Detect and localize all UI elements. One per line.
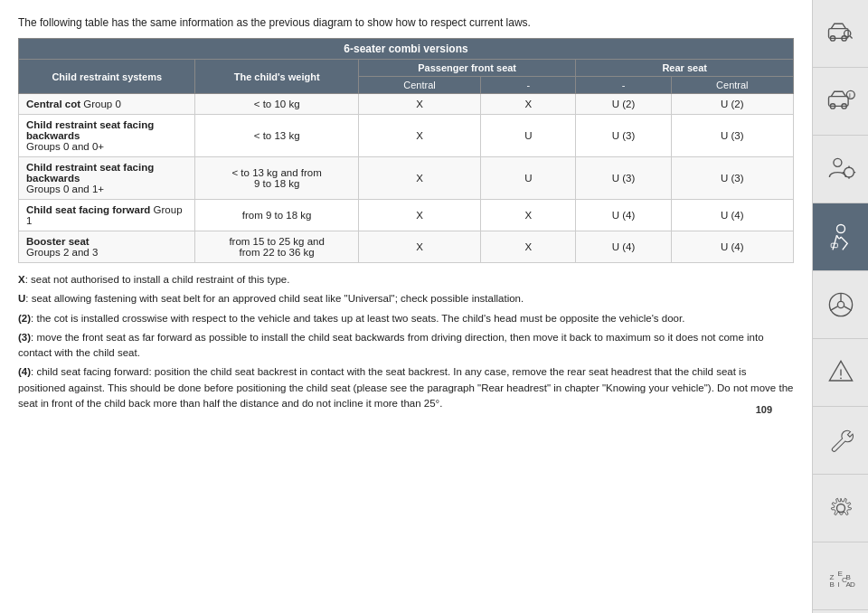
page-number: 109 xyxy=(756,404,772,415)
cell-value: U xyxy=(481,157,576,200)
cell-value: U (3) xyxy=(576,157,671,200)
table-header-main: 6-seater combi versions xyxy=(19,39,794,60)
sidebar-item-warning[interactable] xyxy=(813,339,868,407)
sidebar-item-settings-person[interactable] xyxy=(813,136,868,203)
col-restraint-header: Child restraint systems xyxy=(19,60,195,94)
cell-value: U (4) xyxy=(671,231,793,263)
cell-value: U xyxy=(481,115,576,157)
alphabet-icon: Z E B B I C A D xyxy=(825,560,857,592)
cell-restraint-label: Child restraint seat facing backwardsGro… xyxy=(19,115,195,157)
cell-value: X xyxy=(481,200,576,231)
footnote-item: (2): the cot is installed crosswise with… xyxy=(18,311,794,326)
cell-restraint-label: Central cot Group 0 xyxy=(19,94,195,115)
cell-value: X xyxy=(481,231,576,263)
cell-value: X xyxy=(358,231,480,263)
gear-settings-icon xyxy=(825,492,857,524)
svg-point-3 xyxy=(844,30,850,36)
settings-person-icon xyxy=(825,153,857,185)
sub-dash2: - xyxy=(576,77,671,94)
sidebar-item-seatbelt[interactable] xyxy=(813,203,868,271)
seatbelt-icon xyxy=(825,221,857,253)
sub-central1: Central xyxy=(358,77,480,94)
sidebar-item-wrench[interactable] xyxy=(813,407,868,475)
footnote-item: (3): move the front seat as far forward … xyxy=(18,330,794,362)
sidebar: i xyxy=(812,0,868,613)
svg-point-10 xyxy=(833,158,841,166)
sidebar-item-car-search[interactable] xyxy=(813,0,868,68)
svg-point-25 xyxy=(836,505,844,513)
footnote-key: U xyxy=(18,293,25,304)
svg-point-19 xyxy=(837,301,844,307)
table-row: Child restraint seat facing backwardsGro… xyxy=(19,157,794,200)
svg-line-22 xyxy=(844,306,851,311)
main-content: The following table has the same informa… xyxy=(0,0,812,613)
cell-value: U (3) xyxy=(576,115,671,157)
cell-value: X xyxy=(358,94,480,115)
svg-text:i: i xyxy=(849,92,851,99)
table-header-cols: Child restraint systems The child's weig… xyxy=(19,60,794,77)
svg-point-16 xyxy=(836,225,844,233)
cell-value: U (2) xyxy=(576,94,671,115)
car-info-icon: i xyxy=(825,85,857,118)
footnote-key: (4) xyxy=(18,366,31,377)
footnote-key: X xyxy=(18,274,25,285)
cell-value: U (3) xyxy=(671,157,793,200)
car-search-icon xyxy=(825,17,857,50)
cell-restraint-label: Booster seatGroups 2 and 3 xyxy=(19,231,195,263)
svg-line-21 xyxy=(830,306,837,311)
restraint-table: 6-seater combi versions Child restraint … xyxy=(18,38,794,263)
table-row: Booster seatGroups 2 and 3from 15 to 25 … xyxy=(19,231,794,263)
cell-value: U (2) xyxy=(671,94,793,115)
svg-point-11 xyxy=(844,167,854,177)
cell-value: X xyxy=(358,157,480,200)
cell-value: U (4) xyxy=(576,231,671,263)
cell-weight: < to 13 kg and from 9 to 18 kg xyxy=(195,157,358,200)
table-row: Child seat facing forward Group 1from 9 … xyxy=(19,200,794,231)
footnote-item: X: seat not authorised to install a chil… xyxy=(18,272,794,288)
cell-value: U (4) xyxy=(671,200,793,231)
cell-value: X xyxy=(358,115,480,157)
rear-seat-header: Rear seat xyxy=(576,60,794,77)
svg-point-8 xyxy=(846,90,854,99)
sub-dash1: - xyxy=(481,77,576,94)
svg-text:B: B xyxy=(829,580,834,589)
footnote-key: (2) xyxy=(18,313,31,324)
svg-text:D: D xyxy=(849,580,854,589)
sidebar-item-gear-settings[interactable] xyxy=(813,475,868,542)
cell-value: X xyxy=(481,94,576,115)
footnote-item: (4): child seat facing forward: position… xyxy=(18,364,794,411)
svg-point-24 xyxy=(840,377,842,379)
header-main-label: 6-seater combi versions xyxy=(19,39,794,60)
cell-restraint-label: Child seat facing forward Group 1 xyxy=(19,200,195,231)
passenger-front-header: Passenger front seat xyxy=(358,60,576,77)
cell-value: X xyxy=(358,200,480,231)
sidebar-item-steering-wheel[interactable] xyxy=(813,271,868,339)
intro-text: The following table has the same informa… xyxy=(18,16,794,29)
wrench-icon xyxy=(825,424,857,457)
warning-triangle-icon xyxy=(825,356,857,389)
cell-value: U (4) xyxy=(576,200,671,231)
footnote-key: (3) xyxy=(18,332,31,343)
steering-wheel-icon xyxy=(825,288,857,321)
footnotes: X: seat not authorised to install a chil… xyxy=(18,272,794,411)
table-row: Child restraint seat facing backwardsGro… xyxy=(19,115,794,157)
cell-restraint-label: Child restraint seat facing backwardsGro… xyxy=(19,157,195,200)
cell-weight: < to 13 kg xyxy=(195,115,358,157)
cell-weight: from 15 to 25 kg and from 22 to 36 kg xyxy=(195,231,358,263)
sidebar-item-car-info[interactable]: i xyxy=(813,68,868,136)
footnote-item: U: seat allowing fastening with seat bel… xyxy=(18,291,794,306)
table-row: Central cot Group 0< to 10 kgXXU (2)U (2… xyxy=(19,94,794,115)
cell-value: U (3) xyxy=(671,115,793,157)
cell-weight: from 9 to 18 kg xyxy=(195,200,358,231)
sub-central2: Central xyxy=(671,77,793,94)
sidebar-item-alphabet[interactable]: Z E B B I C A D xyxy=(813,542,868,610)
svg-line-4 xyxy=(849,36,852,39)
cell-weight: < to 10 kg xyxy=(195,94,358,115)
svg-text:I: I xyxy=(837,580,839,589)
col-weight-header: The child's weight xyxy=(195,60,358,94)
